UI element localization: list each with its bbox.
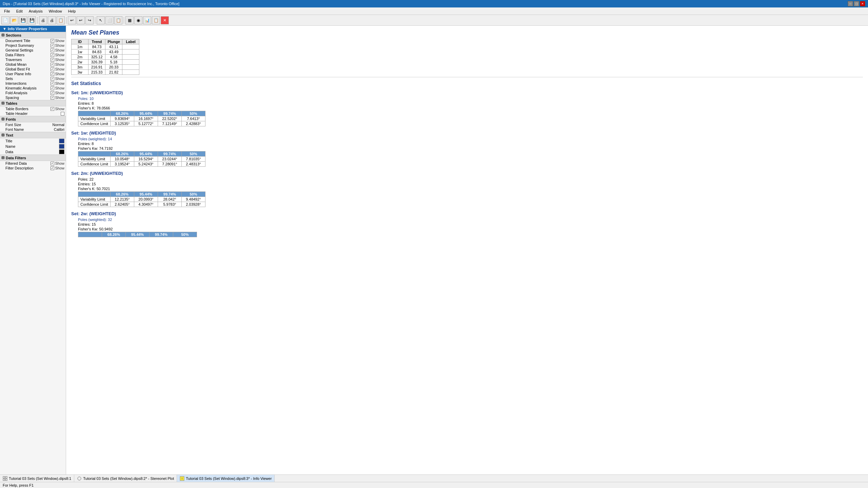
- data-color-swatch[interactable]: [59, 149, 64, 154]
- toolbar-save2[interactable]: 💾: [28, 16, 36, 24]
- toolbar-view2[interactable]: ◉: [134, 16, 142, 24]
- data-filters-show: Show: [55, 53, 64, 57]
- close-button[interactable]: ✕: [860, 1, 865, 6]
- text-header[interactable]: ⊟ Text: [0, 132, 66, 138]
- set-2m-conf-v1: 2.62405°: [110, 202, 134, 207]
- spacing-show: Show: [55, 96, 64, 100]
- data-filters-section-header[interactable]: ⊟ Data Filters: [0, 155, 66, 161]
- global-mean-checkbox[interactable]: [51, 63, 54, 66]
- sidebar: ▼ Info Viewer Properties ⊟ Sections Docu…: [0, 26, 66, 474]
- toolbar-undo[interactable]: ↩: [68, 16, 76, 24]
- data-filters-checkbox[interactable]: [51, 53, 54, 57]
- minimize-button[interactable]: ─: [848, 1, 853, 6]
- mean-set-table: ID Trend Plunge Label 1m84.7343.111w84.8…: [71, 39, 139, 75]
- project-summary-checkbox[interactable]: [51, 44, 54, 47]
- toolbar-save[interactable]: 💾: [19, 16, 27, 24]
- menu-edit[interactable]: Edit: [14, 8, 25, 14]
- toolbar-sep1: [37, 17, 38, 24]
- set-1m-fishers: Fisher's K: 78.0566: [78, 106, 863, 110]
- data-filters-label: Data Filters: [5, 53, 24, 57]
- set-2m-col-empty: [78, 192, 111, 197]
- global-best-fit-show: Show: [55, 67, 64, 71]
- toolbar-close-doc[interactable]: ✕: [161, 16, 169, 24]
- set-1m-var-v3: 22.5202°: [158, 116, 181, 121]
- toolbar-view3[interactable]: 📊: [143, 16, 151, 24]
- toolbar-view1[interactable]: ▦: [125, 16, 134, 24]
- set-2w-entries: Entries: 15: [78, 222, 863, 226]
- svg-rect-1: [5, 476, 7, 478]
- sidebar-item-filtered-data: Filtered Data Show: [0, 161, 66, 166]
- menu-analysis[interactable]: Analysis: [26, 8, 45, 14]
- sets-show: Show: [55, 77, 64, 81]
- main-area: ▼ Info Viewer Properties ⊟ Sections Docu…: [0, 26, 868, 474]
- table-row: 1w84.8343.49: [72, 49, 139, 55]
- status-tab-3-label: Tutorial 03 Sets (Set Window).dips8:3* -…: [186, 476, 272, 481]
- spacing-checkbox[interactable]: [51, 96, 54, 100]
- toolbar-copy[interactable]: ⬜: [105, 16, 114, 24]
- document-title-label: Document Title: [5, 39, 30, 43]
- set-2m-var-v4: 9.48492°: [181, 197, 205, 202]
- set-1w-conf-label: Confidence Limit: [78, 162, 111, 167]
- sidebar-item-fold-analysis: Fold Analysis Show: [0, 90, 66, 95]
- status-tab-2[interactable]: Tutorial 03 Sets (Set Window).dips8:2* -…: [74, 475, 177, 482]
- set-1m-col-6826: 68.26%: [110, 111, 134, 116]
- fold-analysis-checkbox[interactable]: [51, 91, 54, 95]
- fonts-items: Font Size Normal Font Name Calibri: [0, 122, 66, 132]
- sidebar-item-global-best-fit: Global Best Fit Show: [0, 67, 66, 72]
- sidebar-item-font-name: Font Name Calibri: [0, 127, 66, 132]
- set-2w-col-9544: 95.44%: [126, 232, 150, 237]
- toolbar-cursor[interactable]: ↖: [97, 16, 105, 24]
- menu-window[interactable]: Window: [46, 8, 65, 14]
- toolbar-open[interactable]: 📂: [10, 16, 18, 24]
- sets-checkbox[interactable]: [51, 77, 54, 81]
- sidebar-item-filter-description: Filter Description Show: [0, 166, 66, 170]
- set-1m-title: Set: 1m: (UNWEIGHTED): [71, 90, 863, 95]
- svg-rect-3: [5, 479, 7, 481]
- document-title-checkbox[interactable]: [51, 39, 54, 43]
- menu-help[interactable]: Help: [65, 8, 79, 14]
- text-label: Text: [6, 133, 13, 137]
- sidebar-item-general-settings: General Settings Show: [0, 48, 66, 53]
- set-1w-title: Set: 1w: (WEIGHTED): [71, 130, 863, 136]
- title-color-swatch[interactable]: [59, 139, 64, 143]
- kinematic-analysis-checkbox[interactable]: [51, 86, 54, 90]
- tables-header[interactable]: ⊟ Tables: [0, 100, 66, 106]
- toolbar-print3[interactable]: 📋: [57, 16, 65, 24]
- set-2w-col-6826: 68.26%: [102, 232, 126, 237]
- status-tab-3[interactable]: i Tutorial 03 Sets (Set Window).dips8:3*…: [177, 475, 275, 482]
- toolbar-view4[interactable]: 📋: [152, 16, 160, 24]
- filtered-data-checkbox[interactable]: [51, 162, 54, 165]
- svg-rect-2: [3, 479, 5, 481]
- toolbar-new[interactable]: 📄: [1, 16, 9, 24]
- toolbar-redo[interactable]: ↪: [85, 16, 94, 24]
- table-borders-checkbox[interactable]: [51, 107, 54, 111]
- user-plane-info-checkbox[interactable]: [51, 72, 54, 76]
- content-area: Mean Set Planes ID Trend Plunge Label 1m…: [66, 26, 868, 474]
- sidebar-collapse-icon[interactable]: ▼: [3, 27, 6, 31]
- fonts-header[interactable]: ⊟ Fonts: [0, 116, 66, 122]
- set-2w-col-empty: [78, 232, 102, 237]
- set-1w-var-v2: 16.5294°: [134, 157, 158, 162]
- set-1m-col-50: 50%: [181, 111, 205, 116]
- stats-title: Set Statistics: [71, 81, 863, 86]
- intersections-checkbox[interactable]: [51, 82, 54, 85]
- toolbar-undo2[interactable]: ↩: [77, 16, 85, 24]
- toolbar-print2[interactable]: 🖨: [48, 16, 56, 24]
- status-tab-1[interactable]: Tutorial 03 Sets (Set Window).dips8:1: [0, 475, 74, 482]
- table-header-checkbox[interactable]: [61, 112, 64, 116]
- data-filters-section-label: Data Filters: [6, 156, 26, 160]
- set-2m-col-9544: 95.44%: [134, 192, 158, 197]
- sections-header[interactable]: ⊟ Sections: [0, 32, 66, 38]
- toolbar-paste[interactable]: 📋: [114, 16, 122, 24]
- toolbar-print[interactable]: 🖨: [39, 16, 47, 24]
- restore-button[interactable]: ◻: [854, 1, 859, 6]
- title-bar-controls: ─ ◻ ✕: [848, 1, 865, 6]
- global-best-fit-checkbox[interactable]: [51, 67, 54, 71]
- traverses-checkbox[interactable]: [51, 58, 54, 62]
- sidebar-item-data-color: Data: [0, 149, 66, 155]
- filter-description-checkbox[interactable]: [51, 166, 54, 170]
- general-settings-checkbox[interactable]: [51, 48, 54, 52]
- menu-file[interactable]: File: [1, 8, 13, 14]
- set-1w-col-empty: [78, 151, 111, 157]
- name-color-swatch[interactable]: [59, 144, 64, 149]
